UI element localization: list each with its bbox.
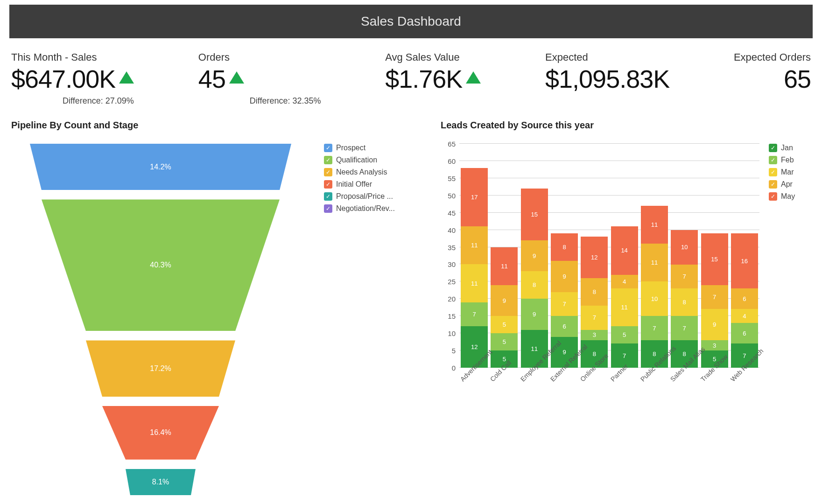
bar-segment: 5 bbox=[611, 326, 638, 343]
bar-segment: 14 bbox=[611, 226, 638, 274]
bar-column: 764616 bbox=[731, 233, 758, 368]
bar-segment: 7 bbox=[671, 316, 698, 340]
kpi-value: $1,095.83K bbox=[545, 64, 669, 93]
kpi-label: This Month - Sales bbox=[11, 51, 134, 63]
kpi-label: Avg Sales Value bbox=[385, 51, 481, 63]
bar-segment: 10 bbox=[671, 230, 698, 265]
bar-segment: 6 bbox=[731, 323, 758, 343]
funnel-segment: 14.2% bbox=[30, 144, 291, 190]
bar-segment: 4 bbox=[611, 275, 638, 289]
checkbox-icon[interactable] bbox=[769, 192, 777, 201]
kpi-label: Orders bbox=[198, 51, 321, 63]
kpi-diff: Difference: 27.09% bbox=[11, 96, 134, 106]
legend-item[interactable]: Mar bbox=[769, 168, 811, 176]
bar-column: 878710 bbox=[671, 230, 698, 368]
legend-item[interactable]: May bbox=[769, 192, 811, 201]
checkbox-icon[interactable] bbox=[769, 144, 777, 152]
bar-segment: 6 bbox=[551, 316, 578, 336]
bar-segment: 11 bbox=[641, 206, 668, 244]
legend-label: Prospect bbox=[336, 144, 365, 152]
funnel-segment: 16.4% bbox=[102, 406, 219, 460]
checkbox-icon[interactable] bbox=[769, 180, 777, 189]
bar-segment: 11 bbox=[461, 226, 488, 264]
legend-item[interactable]: Initial Offer bbox=[324, 180, 417, 189]
bar-segment: 6 bbox=[731, 288, 758, 309]
bar-segment: 10 bbox=[641, 281, 668, 316]
y-tick: 40 bbox=[448, 226, 456, 234]
checkbox-icon[interactable] bbox=[769, 168, 777, 176]
kpi-value: $1.76K bbox=[385, 64, 462, 93]
legend-item[interactable]: Needs Analysis bbox=[324, 168, 417, 176]
bar-segment: 9 bbox=[521, 299, 548, 329]
bar-legend: JanFebMarAprMay bbox=[769, 144, 811, 405]
legend-item[interactable]: Jan bbox=[769, 144, 811, 152]
bar-segment: 9 bbox=[701, 309, 728, 340]
bar-segment: 9 bbox=[551, 261, 578, 292]
legend-label: Negotiation/Rev... bbox=[336, 204, 395, 213]
kpi-value: 65 bbox=[784, 64, 811, 93]
legend-item[interactable]: Prospect bbox=[324, 144, 417, 152]
kpi-orders: Orders 45 Difference: 32.35% bbox=[198, 51, 321, 106]
bar-segment: 11 bbox=[491, 247, 518, 285]
checkbox-icon[interactable] bbox=[324, 192, 332, 201]
checkbox-icon[interactable] bbox=[324, 144, 332, 152]
kpi-expected: Expected $1,095.83K bbox=[545, 51, 669, 106]
bar-segment: 7 bbox=[641, 316, 668, 340]
trend-up-icon bbox=[119, 71, 134, 84]
kpi-value: 45 bbox=[198, 64, 225, 93]
page-title: Sales Dashboard bbox=[361, 14, 461, 28]
legend-label: May bbox=[781, 192, 795, 201]
legend-item[interactable]: Feb bbox=[769, 156, 811, 164]
bar-column: 127111117 bbox=[461, 168, 488, 368]
legend-label: Qualification bbox=[336, 156, 377, 164]
legend-label: Jan bbox=[781, 144, 793, 152]
bar-segment: 7 bbox=[701, 285, 728, 309]
y-tick: 45 bbox=[448, 209, 456, 217]
bar-segment: 8 bbox=[521, 271, 548, 299]
bar-segment: 8 bbox=[671, 288, 698, 316]
charts-row: Pipeline By Count and Stage 14.2%40.3%17… bbox=[9, 120, 813, 504]
legend-label: Proposal/Price ... bbox=[336, 192, 393, 201]
bar-segment: 9 bbox=[491, 285, 518, 316]
checkbox-icon[interactable] bbox=[324, 156, 332, 164]
legend-label: Feb bbox=[781, 156, 794, 164]
kpi-label: Expected bbox=[545, 51, 669, 63]
y-tick: 55 bbox=[448, 174, 456, 182]
stacked-bar-chart: 05101520253035404550556065 1271111175559… bbox=[441, 144, 759, 405]
kpi-diff: Difference: 32.35% bbox=[198, 96, 321, 106]
legend-label: Initial Offer bbox=[336, 180, 372, 189]
chart-title: Pipeline By Count and Stage bbox=[11, 120, 417, 131]
kpi-sales: This Month - Sales $647.00K Difference: … bbox=[11, 51, 134, 106]
funnel-segment: 17.2% bbox=[86, 340, 235, 396]
bar-segment: 12 bbox=[581, 237, 608, 278]
bar-segment: 8 bbox=[551, 233, 578, 261]
kpi-expected-orders: Expected Orders 65 bbox=[734, 51, 811, 106]
trend-up-icon bbox=[229, 71, 244, 84]
funnel-segment: 8.1% bbox=[126, 469, 196, 496]
bar-column: 87101111 bbox=[641, 206, 668, 368]
bar-segment: 8 bbox=[581, 278, 608, 306]
funnel-segment: 40.3% bbox=[42, 199, 280, 331]
leads-chart-panel: Leads Created by Source this year 051015… bbox=[441, 120, 811, 504]
checkbox-icon[interactable] bbox=[769, 156, 777, 164]
legend-item[interactable]: Proposal/Price ... bbox=[324, 192, 417, 201]
legend-label: Mar bbox=[781, 168, 794, 176]
legend-item[interactable]: Negotiation/Rev... bbox=[324, 204, 417, 213]
bar-segment: 11 bbox=[611, 288, 638, 326]
kpi-value: $647.00K bbox=[11, 64, 115, 93]
checkbox-icon[interactable] bbox=[324, 204, 332, 213]
checkbox-icon[interactable] bbox=[324, 168, 332, 176]
y-tick: 10 bbox=[448, 329, 456, 337]
legend-item[interactable]: Qualification bbox=[324, 156, 417, 164]
y-tick: 50 bbox=[448, 191, 456, 199]
y-tick: 15 bbox=[448, 312, 456, 320]
y-tick: 5 bbox=[452, 347, 456, 355]
y-tick: 0 bbox=[452, 364, 456, 372]
page-title-bar: Sales Dashboard bbox=[9, 5, 813, 38]
y-tick: 65 bbox=[448, 140, 456, 148]
funnel-chart: 14.2%40.3%17.2%16.4%8.1%3.7% bbox=[11, 144, 310, 504]
legend-item[interactable]: Apr bbox=[769, 180, 811, 189]
checkbox-icon[interactable] bbox=[324, 180, 332, 189]
bar-segment: 11 bbox=[641, 244, 668, 281]
y-tick: 20 bbox=[448, 295, 456, 303]
